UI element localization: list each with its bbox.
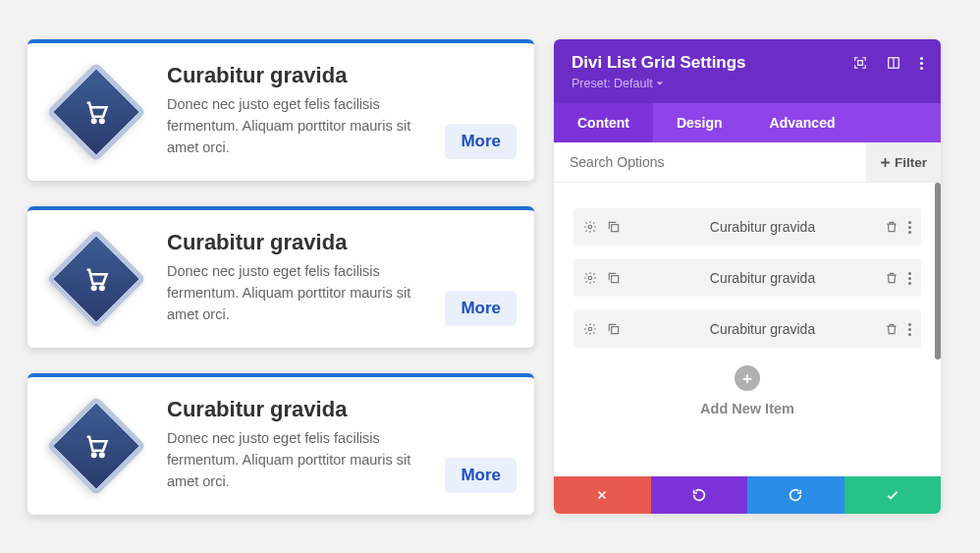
save-button[interactable] <box>844 476 942 514</box>
panel-header: Divi List Grid Settings Preset: Default <box>554 39 941 103</box>
panel-footer <box>554 476 941 514</box>
tab-content[interactable]: Content <box>554 103 653 142</box>
add-item-area: + Add New Item <box>573 365 921 416</box>
cancel-button[interactable] <box>554 476 651 514</box>
list-item[interactable]: Curabitur gravida <box>573 259 921 297</box>
trash-icon[interactable] <box>885 220 898 234</box>
card-title: Curabitur gravida <box>167 63 517 88</box>
svg-point-3 <box>100 287 104 291</box>
gear-icon[interactable] <box>583 220 597 234</box>
gear-icon[interactable] <box>583 322 597 336</box>
svg-rect-14 <box>612 327 619 334</box>
more-button[interactable]: More <box>445 291 517 326</box>
svg-point-11 <box>588 276 592 280</box>
svg-rect-6 <box>858 61 863 66</box>
preview-column: Curabitur gravida Donec nec justo eget f… <box>27 39 534 514</box>
filter-label: Filter <box>895 155 927 170</box>
svg-rect-10 <box>612 225 619 232</box>
card-icon-diamond <box>46 229 146 329</box>
item-label: Curabitur gravida <box>640 219 885 235</box>
card-description: Donec nec justo eget felis facilisis fer… <box>167 261 422 325</box>
search-input[interactable] <box>554 142 866 182</box>
svg-point-2 <box>92 287 96 291</box>
list-grid-card: Curabitur gravida Donec nec justo eget f… <box>27 39 534 181</box>
card-description: Donec nec justo eget felis facilisis fer… <box>167 428 422 492</box>
trash-icon[interactable] <box>885 271 898 285</box>
more-button[interactable]: More <box>445 124 517 159</box>
trash-icon[interactable] <box>885 322 898 336</box>
gear-icon[interactable] <box>583 271 597 285</box>
close-icon <box>595 488 609 502</box>
svg-point-1 <box>100 120 104 124</box>
item-label: Curabitur gravida <box>640 321 885 337</box>
scrollbar[interactable] <box>935 183 941 359</box>
filter-button[interactable]: Filter <box>866 142 941 182</box>
duplicate-icon[interactable] <box>607 271 621 285</box>
card-icon-wrap <box>45 228 147 330</box>
svg-point-4 <box>92 454 96 458</box>
list-item[interactable]: Curabitur gravida <box>573 208 921 246</box>
redo-button[interactable] <box>747 476 844 514</box>
preset-label: Preset: Default <box>572 77 653 90</box>
svg-point-13 <box>588 327 592 331</box>
item-menu-icon[interactable] <box>908 221 911 234</box>
card-icon-wrap <box>45 61 147 163</box>
tab-advanced[interactable]: Advanced <box>746 103 859 142</box>
chevron-down-icon <box>656 80 664 87</box>
item-menu-icon[interactable] <box>908 323 911 336</box>
card-icon-diamond <box>46 396 146 496</box>
layout-icon[interactable] <box>887 56 900 70</box>
item-label: Curabitur gravida <box>640 270 885 286</box>
preset-dropdown[interactable]: Preset: Default <box>572 77 664 90</box>
list-grid-card: Curabitur gravida Donec nec justo eget f… <box>27 373 534 515</box>
add-item-label: Add New Item <box>573 401 921 416</box>
undo-icon <box>691 487 707 503</box>
expand-icon[interactable] <box>853 56 867 70</box>
duplicate-icon[interactable] <box>607 322 621 336</box>
card-description: Donec nec justo eget felis facilisis fer… <box>167 94 422 158</box>
card-title: Curabitur gravida <box>167 397 517 422</box>
card-title: Curabitur gravida <box>167 230 517 255</box>
svg-point-9 <box>588 225 592 229</box>
cart-icon <box>82 432 110 460</box>
redo-icon <box>788 487 803 503</box>
more-menu-icon[interactable] <box>920 57 923 70</box>
check-icon <box>885 487 900 503</box>
cart-icon <box>82 265 110 293</box>
plus-icon <box>880 157 891 168</box>
svg-point-0 <box>92 120 96 124</box>
items-area: Curabitur gravida Curabitur gravida Cu <box>554 183 941 476</box>
svg-rect-12 <box>612 276 619 283</box>
search-row: Filter <box>554 142 941 183</box>
list-grid-card: Curabitur gravida Donec nec justo eget f… <box>27 206 534 348</box>
svg-point-5 <box>100 454 104 458</box>
cart-icon <box>82 98 110 126</box>
list-item[interactable]: Curabitur gravida <box>573 310 921 348</box>
duplicate-icon[interactable] <box>607 220 621 234</box>
card-icon-wrap <box>45 395 147 497</box>
panel-tabs: Content Design Advanced <box>554 103 941 142</box>
tab-design[interactable]: Design <box>653 103 746 142</box>
panel-title: Divi List Grid Settings <box>572 53 746 73</box>
undo-button[interactable] <box>651 476 748 514</box>
panel-header-actions <box>853 56 923 70</box>
settings-panel: Divi List Grid Settings Preset: Default … <box>554 39 941 514</box>
card-icon-diamond <box>46 62 146 162</box>
item-menu-icon[interactable] <box>908 272 911 285</box>
more-button[interactable]: More <box>445 458 517 493</box>
add-item-button[interactable]: + <box>735 365 760 391</box>
